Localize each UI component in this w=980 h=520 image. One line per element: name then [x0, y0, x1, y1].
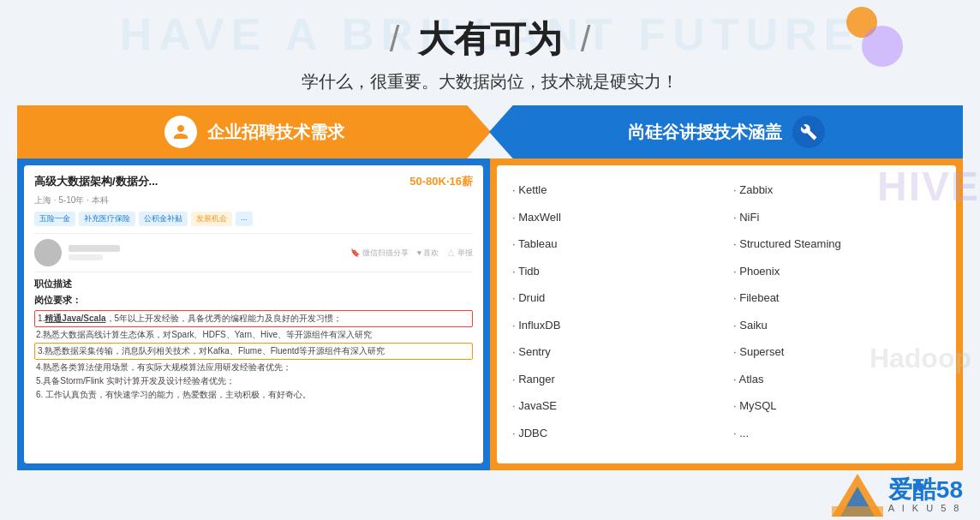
tech-ranger: Ranger — [505, 367, 726, 392]
tech-javase: JavaSE — [505, 393, 726, 419]
subtitle-text: 学什么，很重要。大数据岗位，技术就是硬实力！ — [0, 70, 980, 93]
tech-druid: Druid — [505, 285, 726, 311]
left-panel: 高级大数据架构/数据分... 50-80K·16薪 上海 · 5-10年 · 本… — [17, 158, 490, 470]
tech-more: ... — [726, 421, 947, 446]
left-header-label: 企业招聘技术需求 — [207, 121, 344, 144]
job-meta: 上海 · 5-10年 · 本科 — [34, 194, 473, 206]
tech-structured-steaming: Structured Steaming — [726, 231, 947, 257]
req-item-2: 2.熟悉大数据高线计算生态体系，对Spark、HDFS、Yarn、Hive、等开… — [34, 328, 473, 342]
card-divider — [34, 233, 473, 234]
logo-text-area: 爱酷58 A I K U 5 8 — [888, 477, 963, 514]
main-title-section: / 大有可为 / — [0, 0, 980, 63]
main-title-text: 大有可为 — [418, 19, 562, 59]
tech-influxdb: InfluxDB — [505, 313, 726, 338]
tag-3: 公积金补贴 — [139, 212, 188, 226]
card-divider2 — [34, 272, 473, 272]
tech-sentry: Sentry — [505, 339, 726, 365]
right-column-header: 尚硅谷讲授技术涵盖 — [489, 105, 963, 158]
logo-area: 爱酷58 A I K U 5 8 — [832, 474, 963, 517]
panels-wrapper: 高级大数据架构/数据分... 50-80K·16薪 上海 · 5-10年 · 本… — [17, 158, 963, 470]
action-share[interactable]: 🔖 微信扫描分享 — [350, 248, 409, 259]
tag-5: ... — [236, 212, 253, 226]
req-item-4: 4.熟悉各类算法使用场景，有实际大规模算法应用研发经验者优先； — [34, 361, 473, 374]
hadoop-watermark: Hadoop — [869, 343, 971, 374]
tech-jdbc: JDBC — [505, 421, 726, 446]
tech-filebeat: Filebeat — [726, 285, 947, 311]
tech-grid-card: Kettle Zabbix MaxWell NiFi Tableau Struc… — [497, 165, 956, 463]
svg-rect-2 — [832, 506, 883, 517]
req-item-3: 3.熟悉数据采集传输，消息队列相关技术，对Kafka、Flume、Fluentd… — [34, 343, 473, 360]
tech-saiku: Saiku — [726, 313, 947, 338]
avatar-info — [69, 245, 120, 260]
logo-sub-text: A I K U 5 8 — [888, 503, 963, 513]
recruit-icon — [164, 116, 197, 148]
tech-maxwell: MaxWell — [505, 205, 726, 230]
right-header-label: 尚硅谷讲授技术涵盖 — [628, 121, 782, 144]
bottom-section: 爱酷58 A I K U 5 8 — [0, 470, 980, 520]
req-item-6: 6. 工作认真负责，有快速学习的能力，热爱数据，主动积极，有好奇心。 — [34, 388, 473, 402]
wrench-icon — [792, 116, 825, 148]
left-column-header: 企业招聘技术需求 — [17, 105, 491, 158]
logo-main-text: 爱酷58 — [888, 477, 963, 504]
action-report[interactable]: △ 举报 — [447, 248, 473, 259]
job-salary: 50-80K·16薪 — [409, 174, 473, 189]
action-like[interactable]: ♥ 喜欢 — [417, 248, 439, 259]
job-tags: 五险一金 补充医疗保险 公积金补贴 发展机会 ... — [34, 212, 473, 226]
section-req-title: 岗位要求： — [34, 294, 473, 307]
title-slash-left: / — [390, 19, 400, 59]
section-desc-title: 职位描述 — [34, 278, 473, 290]
hive-watermark: HIVE — [877, 163, 980, 210]
tech-kettle: Kettle — [505, 177, 726, 203]
tech-mysql: MySQL — [726, 393, 947, 419]
tag-2: 补充医疗保险 — [79, 212, 135, 226]
req-item-1: 1.精通Java/Scala，5年以上开发经验，具备优秀的编程能力及良好的开发习… — [34, 310, 473, 327]
tech-tableau: Tableau — [505, 231, 726, 257]
job-card: 高级大数据架构/数据分... 50-80K·16薪 上海 · 5-10年 · 本… — [24, 165, 483, 463]
logo-svg — [832, 474, 883, 517]
tag-4: 发展机会 — [191, 212, 232, 226]
avatar — [34, 239, 62, 266]
avatar-actions: 🔖 微信扫描分享 ♥ 喜欢 △ 举报 — [350, 248, 473, 259]
job-title: 高级大数据架构/数据分... — [34, 174, 158, 189]
req-item-5: 5.具备Storm/Flink 实时计算开发及设计经验者优先； — [34, 374, 473, 388]
job-title-row: 高级大数据架构/数据分... 50-80K·16薪 — [34, 174, 473, 189]
title-slash-right: / — [581, 19, 591, 59]
avatar-row: 🔖 微信扫描分享 ♥ 喜欢 △ 举报 — [34, 239, 473, 266]
tag-1: 五险一金 — [34, 212, 75, 226]
column-headers: 企业招聘技术需求 尚硅谷讲授技术涵盖 — [17, 105, 963, 158]
tech-phoenix: Phoenix — [726, 259, 947, 284]
tech-tidb: Tidb — [505, 259, 726, 284]
